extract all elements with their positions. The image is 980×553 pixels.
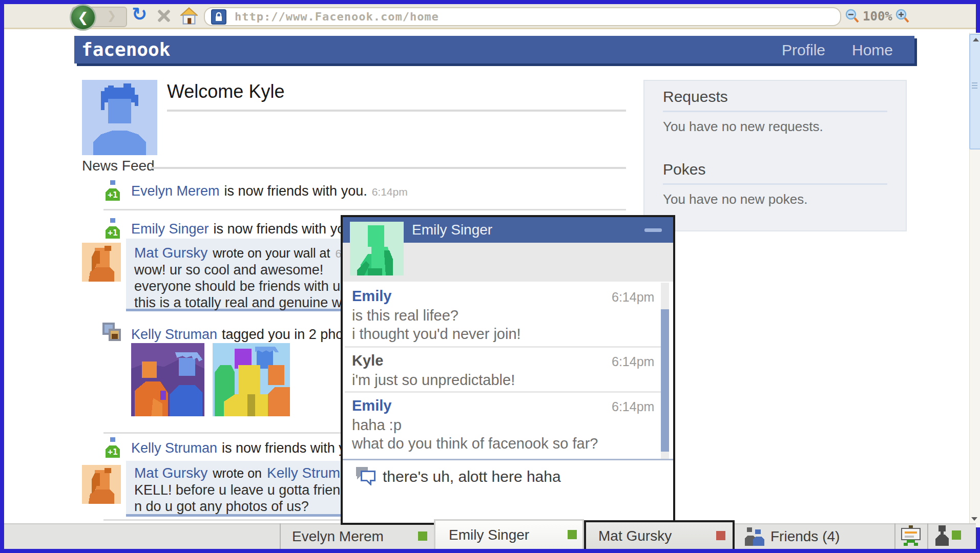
pokes-heading: Pokes [663, 161, 705, 178]
whiteboard-icon [900, 525, 922, 547]
zoom-level: 100% [863, 9, 891, 24]
friend-add-icon: +1 [103, 437, 122, 458]
url-text: http://www.Facenook.com/home [235, 10, 439, 23]
scroll-up-icon [973, 38, 979, 41]
sidebar-panel: Requests You have no new requests. Pokes… [643, 80, 907, 231]
minimize-button[interactable] [644, 228, 662, 232]
divider [151, 167, 626, 169]
online-status-dot [418, 531, 427, 541]
game-window: ❮ ❯ ↻ http://www.Facenook.com/home [0, 0, 980, 553]
scroll-down-icon[interactable] [971, 517, 977, 521]
page-scrollbar-thumb[interactable] [969, 34, 980, 150]
busy-status-dot [716, 531, 725, 540]
taskbar-separator [894, 523, 895, 549]
pokes-body: You have no new pokes. [663, 192, 807, 207]
divider [103, 209, 626, 210]
divider [167, 110, 626, 112]
chat-window: Emily Singer Emily 6:14pm is this real l… [341, 215, 675, 525]
online-status-dot [568, 530, 577, 539]
profile-avatar [82, 80, 157, 155]
chat-bubbles-icon [354, 465, 377, 485]
scrollbar-grip [970, 82, 980, 89]
home-button[interactable] [180, 7, 198, 25]
divider [343, 459, 673, 460]
requests-heading: Requests [663, 88, 728, 105]
friend-name-link[interactable]: Kelly Struman [131, 440, 217, 456]
chat-input[interactable]: there's uh, alott here haha [383, 468, 561, 485]
nav-profile-link[interactable]: Profile [782, 41, 825, 59]
requests-body: You have no new requests. [663, 119, 823, 135]
taskbar-separator [927, 523, 928, 549]
online-status-dot [952, 530, 961, 540]
mat-avatar [82, 243, 121, 282]
friend-name-link[interactable]: Kelly Struman [131, 327, 217, 343]
nav-home-link[interactable]: Home [852, 41, 893, 59]
tagged-photo-1[interactable] [131, 343, 204, 416]
friends-icon [744, 527, 764, 546]
friend-name-link[interactable]: Evelyn Merem [131, 183, 220, 199]
zoom-out-icon [844, 8, 860, 24]
whiteboard-button[interactable] [900, 525, 922, 547]
my-status-button[interactable] [933, 525, 951, 546]
home-icon [180, 7, 198, 25]
site-logo: facenook [81, 39, 170, 60]
forward-button[interactable]: ❯ [102, 8, 121, 24]
zoom-in-button[interactable] [894, 8, 910, 24]
chat-tab-emily[interactable]: Emily Singer [434, 519, 584, 549]
stop-button[interactable] [156, 8, 171, 24]
site-header: facenook Profile Home [74, 36, 914, 63]
lock-icon [211, 9, 226, 25]
author-link[interactable]: Mat Gursky [134, 465, 207, 481]
divider [345, 346, 661, 348]
svg-text:+1: +1 [108, 228, 118, 238]
svg-text:+1: +1 [108, 190, 118, 200]
mat-avatar [82, 465, 121, 504]
divider [663, 111, 887, 112]
chat-tab-evelyn[interactable]: Evelyn Merem [281, 523, 434, 549]
back-button[interactable]: ❮ [70, 4, 96, 31]
friend-add-icon: +1 [103, 180, 122, 201]
refresh-button[interactable]: ↻ [129, 3, 150, 26]
friend-add-icon: +1 [103, 218, 122, 239]
zoom-in-icon [894, 8, 910, 24]
address-bar[interactable]: http://www.Facenook.com/home [204, 7, 841, 26]
chat-title: Emily Singer [412, 222, 492, 238]
photos-icon [100, 321, 123, 343]
svg-text:+1: +1 [108, 447, 118, 457]
tagged-photo-2[interactable] [212, 343, 290, 416]
feed-item: Evelyn Merem is now friends with you. 6:… [131, 183, 408, 199]
zoom-out-button[interactable] [844, 8, 860, 24]
person-icon [933, 525, 951, 546]
chat-contact-avatar [350, 221, 404, 276]
chat-tab-mat[interactable]: Mat Gursky [584, 520, 735, 549]
divider [345, 391, 661, 393]
friend-name-link[interactable]: Emily Singer [131, 221, 209, 237]
chat-scrollbar-thumb[interactable] [661, 309, 669, 452]
feed-heading: News Feed [82, 158, 155, 174]
browser-toolbar: ❮ ❯ ↻ http://www.Facenook.com/home [4, 4, 976, 29]
author-link[interactable]: Mat Gursky [134, 245, 207, 261]
page-title: Welcome Kyle [167, 81, 284, 102]
friends-list-button[interactable]: Friends (4) [738, 523, 894, 549]
divider [663, 183, 887, 185]
